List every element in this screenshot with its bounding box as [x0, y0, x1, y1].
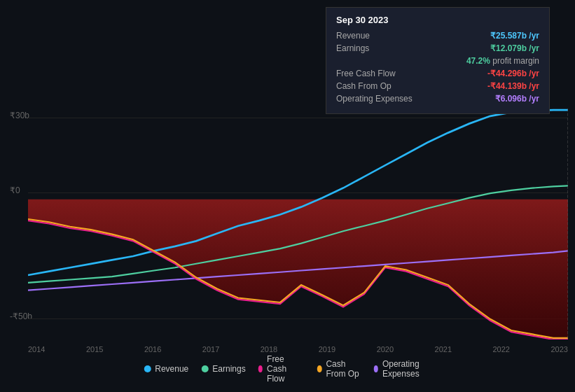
tooltip-earnings-value: ₹12.079b /yr — [490, 43, 539, 53]
tooltip-revenue-value: ₹25.587b /yr — [490, 31, 539, 41]
legend-cashop: Cash From Op — [317, 359, 361, 379]
legend-earnings: Earnings — [201, 364, 245, 374]
x-label-2023: 2023 — [550, 345, 567, 354]
tooltip-cashop-label: Cash From Op — [336, 81, 420, 91]
legend-fcf: Free Cash Flow — [258, 354, 305, 384]
legend-fcf-label: Free Cash Flow — [267, 354, 305, 384]
tooltip-revenue-label: Revenue — [336, 31, 420, 41]
x-label-2015: 2015 — [86, 345, 103, 354]
legend-cashop-dot — [317, 365, 321, 372]
tooltip-revenue: Revenue ₹25.587b /yr — [336, 31, 539, 41]
legend-opex-label: Operating Expenses — [382, 359, 431, 379]
x-label-2016: 2016 — [144, 345, 161, 354]
chart-area — [28, 108, 568, 340]
tooltip-opex: Operating Expenses ₹6.096b /yr — [336, 94, 539, 104]
x-label-2020: 2020 — [377, 345, 394, 354]
tooltip-title: Sep 30 2023 — [336, 15, 539, 25]
x-axis-labels: 2014 2015 2016 2017 2018 2019 2020 2021 … — [28, 345, 568, 354]
tooltip-cashop-value: -₹44.139b /yr — [487, 81, 539, 91]
tooltip-fcf-label: Free Cash Flow — [336, 69, 420, 78]
chart-svg — [28, 108, 568, 340]
tooltip-fcf: Free Cash Flow -₹44.296b /yr — [336, 69, 539, 78]
legend-revenue: Revenue — [144, 364, 188, 374]
tooltip-opex-value: ₹6.096b /yr — [495, 94, 539, 104]
legend-earnings-label: Earnings — [212, 364, 245, 374]
x-label-2014: 2014 — [28, 345, 45, 354]
tooltip-cashop: Cash From Op -₹44.139b /yr — [336, 81, 539, 91]
legend-earnings-dot — [201, 365, 208, 372]
y-label-top: ₹30b — [10, 111, 29, 120]
x-label-2019: 2019 — [319, 345, 335, 354]
svg-rect-0 — [28, 108, 568, 200]
chart-legend: Revenue Earnings Free Cash Flow Cash Fro… — [144, 354, 431, 384]
tooltip-panel: Sep 30 2023 Revenue ₹25.587b /yr Earning… — [326, 7, 550, 114]
legend-opex: Operating Expenses — [374, 359, 431, 379]
y-label-mid: ₹0 — [10, 186, 20, 195]
x-label-2018: 2018 — [261, 345, 277, 354]
legend-fcf-dot — [258, 365, 263, 372]
legend-revenue-dot — [144, 365, 151, 372]
x-label-2017: 2017 — [202, 345, 219, 354]
x-label-2021: 2021 — [435, 345, 452, 354]
legend-cashop-label: Cash From Op — [326, 359, 361, 379]
tooltip-earnings-label: Earnings — [336, 43, 420, 53]
legend-revenue-label: Revenue — [155, 364, 188, 374]
tooltip-fcf-value: -₹44.296b /yr — [487, 69, 539, 78]
tooltip-opex-label: Operating Expenses — [336, 94, 420, 104]
tooltip-margin-value: 47.2% profit margin — [466, 56, 539, 66]
tooltip-margin-row: 47.2% profit margin — [336, 56, 539, 66]
tooltip-earnings: Earnings ₹12.079b /yr — [336, 43, 539, 53]
chart-container: Sep 30 2023 Revenue ₹25.587b /yr Earning… — [0, 0, 575, 392]
x-label-2022: 2022 — [493, 345, 510, 354]
legend-opex-dot — [374, 365, 378, 372]
